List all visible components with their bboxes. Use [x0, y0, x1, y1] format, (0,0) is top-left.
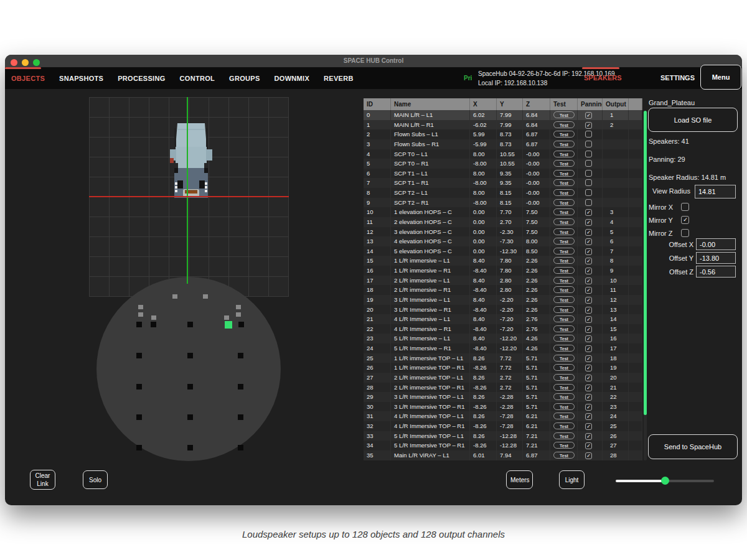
solo-button[interactable]: Solo	[83, 470, 108, 489]
table-row[interactable]: 203 L/R Immersive – R1-8.40-2.202.26Test…	[364, 305, 642, 315]
test-button[interactable]: Test	[553, 432, 575, 439]
panning-checkbox[interactable]: ✓	[585, 423, 592, 430]
mirror-x-checkbox[interactable]	[681, 203, 689, 211]
tab-settings[interactable]: SETTINGS	[660, 74, 695, 82]
speaker-dot[interactable]	[224, 315, 229, 320]
panning-checkbox[interactable]: ✓	[585, 345, 592, 352]
table-row[interactable]: 303 L/R Immersive TOP – R1-8.26-2.285.71…	[364, 402, 642, 412]
speaker-dot[interactable]	[187, 384, 193, 390]
speaker-dot[interactable]	[187, 414, 193, 420]
panning-checkbox[interactable]	[585, 151, 592, 157]
table-row[interactable]: 235 L/R Immersive – L18.40-12.204.26Test…	[364, 334, 642, 343]
view-radius-input[interactable]	[695, 185, 736, 198]
panning-checkbox[interactable]: ✓	[585, 394, 592, 401]
test-button[interactable]: Test	[553, 452, 575, 459]
panning-checkbox[interactable]: ✓	[585, 238, 592, 245]
test-button[interactable]: Test	[553, 335, 575, 342]
table-row[interactable]: 293 L/R Immersive TOP – L18.26-2.285.71T…	[364, 392, 642, 402]
panning-checkbox[interactable]: ✓	[585, 375, 592, 381]
test-button[interactable]: Test	[553, 218, 575, 225]
test-button[interactable]: Test	[553, 345, 575, 352]
panning-checkbox[interactable]: ✓	[585, 316, 592, 323]
test-button[interactable]: Test	[553, 296, 575, 303]
speaker-dot[interactable]	[187, 322, 193, 327]
test-button[interactable]: Test	[553, 306, 575, 313]
table-row[interactable]: 251 L/R immersive TOP – L18.267.725.71Te…	[364, 353, 642, 363]
table-row[interactable]: 282 L/R immersive TOP – R1-8.262.725.71T…	[364, 383, 642, 393]
speaker-dot[interactable]	[238, 445, 243, 450]
speaker-dot[interactable]	[187, 445, 193, 450]
test-button[interactable]: Test	[553, 160, 575, 167]
table-row[interactable]: 0MAIN L/R – L16.027.996.84Test✓1	[364, 110, 642, 120]
panning-checkbox[interactable]: ✓	[585, 326, 592, 333]
panning-checkbox[interactable]: ✓	[585, 112, 592, 119]
tab-processing[interactable]: PROCESSING	[118, 75, 165, 82]
speaker-dot[interactable]	[236, 305, 241, 309]
table-row[interactable]: 172 L/R immersive – L18.402.802.26Test✓1…	[364, 276, 642, 286]
panning-checkbox[interactable]: ✓	[585, 219, 592, 226]
panning-checkbox[interactable]: ✓	[585, 365, 592, 371]
panning-checkbox[interactable]	[585, 131, 592, 138]
table-row[interactable]: 3Flown Subs – R1-5.998.736.87Test	[364, 139, 642, 149]
panning-checkbox[interactable]: ✓	[585, 355, 592, 362]
table-row[interactable]: 324 L/R Immersive TOP – R1-8.26-7.286.21…	[364, 421, 642, 431]
test-button[interactable]: Test	[553, 277, 575, 284]
test-button[interactable]: Test	[553, 179, 575, 186]
tab-reverb[interactable]: REVERB	[324, 75, 354, 82]
light-button[interactable]: Light	[559, 470, 585, 489]
table-row[interactable]: 7SCP T1 – R1-8.009.35-0.00Test	[364, 178, 642, 188]
table-row[interactable]: 134 elevation HOPS – C0.00-7.308.00Test✓…	[364, 236, 642, 246]
test-button[interactable]: Test	[553, 355, 575, 362]
panning-checkbox[interactable]	[585, 189, 592, 196]
meters-button[interactable]: Meters	[506, 470, 533, 489]
column-header-name[interactable]: Name	[391, 98, 470, 110]
offset-x-input[interactable]	[696, 238, 736, 250]
test-button[interactable]: Test	[553, 208, 575, 215]
selected-speaker-dot[interactable]	[225, 321, 232, 329]
table-row[interactable]: 8SCP T2 – L18.008.15-0.00Test	[364, 188, 642, 198]
panning-checkbox[interactable]: ✓	[585, 297, 592, 304]
speaker-dot[interactable]	[187, 353, 193, 358]
panning-checkbox[interactable]: ✓	[585, 122, 592, 129]
table-row[interactable]: 1MAIN L/R – R1-6.027.996.84Test✓2	[364, 120, 642, 130]
panning-checkbox[interactable]: ✓	[585, 278, 592, 284]
panning-checkbox[interactable]	[585, 141, 592, 147]
speaker-dot[interactable]	[136, 384, 142, 390]
table-row[interactable]: 123 elevation HOPS – C0.00-2.307.50Test✓…	[364, 227, 642, 237]
column-header-x[interactable]: X	[470, 98, 497, 110]
panning-checkbox[interactable]: ✓	[585, 335, 592, 342]
tab-speakers[interactable]: SPEAKERS	[584, 74, 622, 82]
column-header-id[interactable]: ID	[364, 98, 391, 110]
test-button[interactable]: Test	[553, 189, 575, 196]
column-header-test[interactable]: Test	[550, 98, 578, 110]
panning-checkbox[interactable]	[585, 199, 592, 206]
offset-y-input[interactable]	[696, 252, 736, 264]
test-button[interactable]: Test	[553, 238, 575, 245]
speaker-dot[interactable]	[136, 353, 142, 358]
panning-checkbox[interactable]: ✓	[585, 229, 592, 236]
panning-checkbox[interactable]: ✓	[585, 452, 592, 459]
table-row[interactable]: 314 L/R Immersive TOP – L18.26-7.286.21T…	[364, 411, 642, 421]
panning-checkbox[interactable]: ✓	[585, 404, 592, 411]
column-header-spacer[interactable]	[629, 98, 642, 110]
table-row[interactable]: 224 L/R Immersive – R1-8.40-7.202.76Test…	[364, 324, 642, 334]
column-header-output[interactable]: Output	[603, 98, 629, 110]
speaker-dot[interactable]	[151, 322, 156, 327]
panning-checkbox[interactable]	[585, 170, 592, 177]
table-scrollbar[interactable]	[644, 111, 647, 460]
speaker-dot[interactable]	[138, 312, 143, 317]
speaker-dot[interactable]	[203, 294, 208, 299]
speaker-dot[interactable]	[238, 414, 243, 420]
mirror-z-checkbox[interactable]	[681, 229, 689, 237]
column-header-y[interactable]: Y	[497, 98, 523, 110]
column-header-z[interactable]: Z	[523, 98, 550, 110]
slider-thumb[interactable]	[661, 477, 669, 485]
test-button[interactable]: Test	[553, 121, 575, 128]
table-row[interactable]: 35Main L/R ViRAY – L16.017.946.87Test✓28	[364, 450, 642, 460]
test-button[interactable]: Test	[553, 393, 575, 400]
panning-checkbox[interactable]: ✓	[585, 209, 592, 216]
test-button[interactable]: Test	[553, 403, 575, 410]
light-intensity-slider[interactable]	[616, 478, 714, 483]
table-row[interactable]: 335 L/R Immersive TOP – L18.26-12.287.21…	[364, 431, 642, 441]
panning-checkbox[interactable]: ✓	[585, 258, 592, 264]
